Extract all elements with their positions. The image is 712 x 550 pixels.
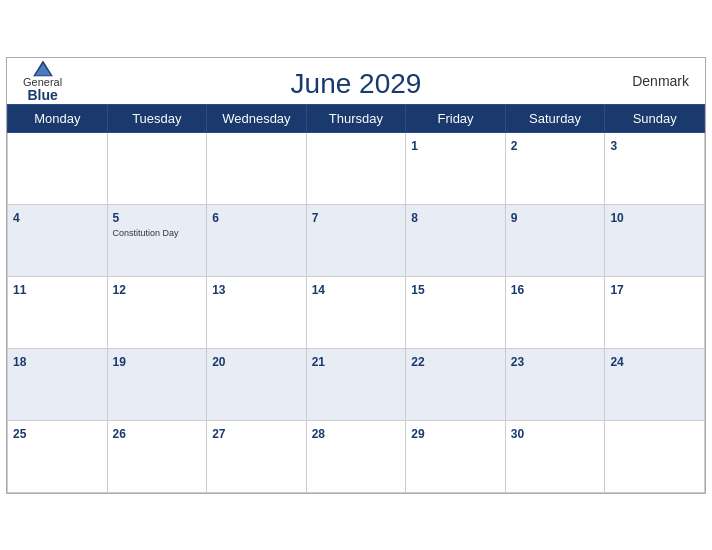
day-number: 6 [212, 211, 219, 225]
day-number: 26 [113, 427, 126, 441]
day-number: 23 [511, 355, 524, 369]
calendar-week-row: 45Constitution Day678910 [8, 204, 705, 276]
header-thursday: Thursday [306, 104, 406, 132]
calendar-cell: 30 [505, 420, 605, 492]
header-monday: Monday [8, 104, 108, 132]
day-number: 14 [312, 283, 325, 297]
calendar-cell: 19 [107, 348, 207, 420]
day-number: 30 [511, 427, 524, 441]
holiday-label: Constitution Day [113, 228, 202, 239]
day-number: 22 [411, 355, 424, 369]
day-number: 12 [113, 283, 126, 297]
calendar-cell: 21 [306, 348, 406, 420]
calendar-cell: 2 [505, 132, 605, 204]
logo-icon [33, 60, 53, 76]
calendar-cell: 22 [406, 348, 506, 420]
day-number: 19 [113, 355, 126, 369]
calendar: General Blue June 2029 Denmark Monday Tu… [6, 57, 706, 494]
calendar-cell: 1 [406, 132, 506, 204]
day-number: 18 [13, 355, 26, 369]
day-number: 2 [511, 139, 518, 153]
day-number: 15 [411, 283, 424, 297]
weekday-header-row: Monday Tuesday Wednesday Thursday Friday… [8, 104, 705, 132]
day-number: 13 [212, 283, 225, 297]
header-friday: Friday [406, 104, 506, 132]
calendar-cell: 18 [8, 348, 108, 420]
day-number: 20 [212, 355, 225, 369]
header-wednesday: Wednesday [207, 104, 307, 132]
day-number: 7 [312, 211, 319, 225]
calendar-week-row: 18192021222324 [8, 348, 705, 420]
day-number: 10 [610, 211, 623, 225]
day-number: 21 [312, 355, 325, 369]
day-number: 11 [13, 283, 26, 297]
calendar-week-row: 11121314151617 [8, 276, 705, 348]
calendar-cell: 28 [306, 420, 406, 492]
calendar-cell: 29 [406, 420, 506, 492]
calendar-cell: 10 [605, 204, 705, 276]
calendar-cell: 5Constitution Day [107, 204, 207, 276]
calendar-cell: 16 [505, 276, 605, 348]
logo: General Blue [23, 60, 62, 101]
day-number: 28 [312, 427, 325, 441]
calendar-week-row: 123 [8, 132, 705, 204]
calendar-cell [605, 420, 705, 492]
calendar-cell: 4 [8, 204, 108, 276]
calendar-cell: 6 [207, 204, 307, 276]
calendar-cell: 24 [605, 348, 705, 420]
header-tuesday: Tuesday [107, 104, 207, 132]
calendar-cell [207, 132, 307, 204]
calendar-cell: 25 [8, 420, 108, 492]
day-number: 16 [511, 283, 524, 297]
calendar-cell: 26 [107, 420, 207, 492]
calendar-cell: 14 [306, 276, 406, 348]
day-number: 29 [411, 427, 424, 441]
day-number: 3 [610, 139, 617, 153]
header-saturday: Saturday [505, 104, 605, 132]
calendar-week-row: 252627282930 [8, 420, 705, 492]
calendar-cell: 7 [306, 204, 406, 276]
calendar-cell: 20 [207, 348, 307, 420]
day-number: 27 [212, 427, 225, 441]
day-number: 8 [411, 211, 418, 225]
calendar-cell: 23 [505, 348, 605, 420]
calendar-header: General Blue June 2029 Denmark [7, 58, 705, 104]
calendar-cell: 17 [605, 276, 705, 348]
day-number: 25 [13, 427, 26, 441]
calendar-cell [8, 132, 108, 204]
calendar-title: June 2029 [23, 68, 689, 100]
logo-blue: Blue [27, 87, 57, 101]
calendar-cell: 8 [406, 204, 506, 276]
header-sunday: Sunday [605, 104, 705, 132]
day-number: 1 [411, 139, 418, 153]
calendar-cell: 12 [107, 276, 207, 348]
calendar-cell [107, 132, 207, 204]
calendar-cell: 27 [207, 420, 307, 492]
day-number: 4 [13, 211, 20, 225]
day-number: 17 [610, 283, 623, 297]
day-number: 5 [113, 211, 120, 225]
calendar-cell [306, 132, 406, 204]
calendar-cell: 3 [605, 132, 705, 204]
calendar-cell: 11 [8, 276, 108, 348]
day-number: 9 [511, 211, 518, 225]
country-label: Denmark [632, 73, 689, 89]
calendar-cell: 9 [505, 204, 605, 276]
calendar-table: Monday Tuesday Wednesday Thursday Friday… [7, 104, 705, 493]
day-number: 24 [610, 355, 623, 369]
calendar-cell: 13 [207, 276, 307, 348]
calendar-cell: 15 [406, 276, 506, 348]
